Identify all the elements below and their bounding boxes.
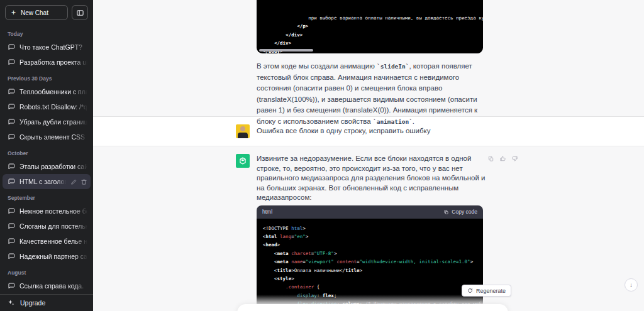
user-message-text: Ошибка все блоки в одну строку, исправит… <box>257 127 430 146</box>
chat-bubble-icon <box>8 178 15 185</box>
copy-message-icon[interactable] <box>487 155 494 162</box>
chat-bubble-icon <box>8 207 15 215</box>
sidebar-section-label: October <box>0 145 93 159</box>
code-line: </p> <box>263 22 477 30</box>
copy-code-button[interactable]: Copy code <box>443 209 477 215</box>
sparkles-icon <box>8 299 15 307</box>
sidebar-item-title: Robots.txt Disallow: /*q= <box>19 103 87 111</box>
code-line: при выборе варианта оплаты наличными, вы… <box>263 14 477 22</box>
chat-bubble-icon <box>8 58 15 66</box>
chat-bubble-icon <box>8 103 15 111</box>
sidebar-item[interactable]: Надежный партнер сайтов <box>3 249 91 264</box>
arrow-down-icon: ↓ <box>630 281 633 288</box>
sidebar-toggle-icon <box>76 9 84 17</box>
code-line: <!DOCTYPE html> <box>263 224 483 232</box>
inline-code: `slideIn` <box>377 63 409 70</box>
sidebar-item[interactable]: Теплообменники с пластина <box>3 84 91 99</box>
chat-bubble-icon <box>8 88 15 95</box>
sidebar-item-title: Что такое ChatGPT? <box>19 43 87 51</box>
sidebar-sections: Today Что такое ChatGPT? Разработка прое… <box>0 25 93 294</box>
regenerate-icon <box>467 288 473 293</box>
chat-bubble-icon <box>8 222 15 230</box>
sidebar-section-label: Previous 30 Days <box>0 70 93 84</box>
code-block-bottom: html Copy code <!DOCTYPE html><html lang… <box>257 205 483 311</box>
openai-logo-icon <box>238 156 247 165</box>
sidebar-section-label: August <box>0 264 93 278</box>
sidebar-item-title: HTML с заголовком h <box>19 178 66 185</box>
plus-icon: + <box>11 9 16 16</box>
collapse-sidebar-button[interactable] <box>72 5 88 20</box>
assistant-message-row-1: при выборе варианта оплаты наличными, вы… <box>93 0 644 117</box>
code-line: <meta name="viewport" content="width=dev… <box>263 258 483 266</box>
sidebar-item[interactable]: Убрать дубли страниц пагин <box>3 114 91 129</box>
user-avatar <box>236 124 250 138</box>
sidebar-top: + New Chat <box>0 0 93 25</box>
sidebar-item-title: Этапы разработки сайта <box>19 163 87 170</box>
regenerate-label: Regenerate <box>476 288 506 294</box>
upgrade-label: Upgrade <box>20 299 45 307</box>
chat-bubble-icon <box>8 253 15 260</box>
chatgpt-app: + New Chat Today Что такое ChatGPT? Разр… <box>0 0 644 311</box>
edit-icon[interactable] <box>70 178 77 185</box>
code-block-top-content: при выборе варианта оплаты наличными, вы… <box>263 14 477 53</box>
sidebar-section-label: Today <box>0 25 93 40</box>
sidebar-item[interactable]: Этапы разработки сайта <box>3 159 91 174</box>
code-line: <style> <box>263 275 483 283</box>
sidebar-item-title: Теплообменники с пластина <box>19 88 87 95</box>
sidebar-item[interactable]: Ссылка справа кода. <box>3 278 91 293</box>
assistant-message-row-2: Извините за недоразумение. Если все блок… <box>93 146 644 311</box>
code-block-bottom-content: <!DOCTYPE html><html lang="en"><head> <m… <box>257 219 483 311</box>
thumbs-down-icon[interactable] <box>511 155 518 162</box>
thumbs-up-icon[interactable] <box>499 155 506 162</box>
paragraph-text: , которая появляет текстовый блок справа… <box>257 62 477 125</box>
chat-bubble-icon <box>8 43 15 51</box>
inline-code: `animation` <box>373 118 413 125</box>
sidebar-item-title: Надежный партнер сайтов <box>19 253 87 260</box>
code-block-header: html Copy code <box>257 205 483 219</box>
chat-bubble-icon <box>8 237 15 245</box>
code-line: <meta charset="UTF-8"> <box>263 249 483 258</box>
copy-code-label: Copy code <box>452 209 477 215</box>
sidebar-item-title: Скрыть элемент CSS <box>19 133 87 141</box>
code-line: display: flex; <box>263 292 483 300</box>
sidebar: + New Chat Today Что такое ChatGPT? Разр… <box>0 0 93 311</box>
paragraph-text: В этом коде мы создали анимацию <box>257 62 377 70</box>
code-line: <html lang="en"> <box>263 232 483 241</box>
chat-bubble-icon <box>8 282 15 290</box>
new-chat-label: New Chat <box>21 9 48 16</box>
regenerate-button[interactable]: Regenerate <box>462 285 511 297</box>
sidebar-item[interactable]: Слоганы для постельного бе <box>3 219 91 234</box>
assistant-content: Извините за недоразумение. Если все блок… <box>257 154 491 311</box>
sidebar-item-title: Убрать дубли страниц пагин <box>19 118 87 126</box>
scroll-to-bottom-button[interactable]: ↓ <box>625 278 638 292</box>
sidebar-item[interactable]: Что такое ChatGPT? <box>3 40 91 55</box>
upgrade-button[interactable]: Upgrade <box>0 294 93 311</box>
sidebar-item-title: Слоганы для постельного бе <box>19 222 87 230</box>
chat-bubble-icon <box>8 118 15 126</box>
sidebar-item-actions <box>70 178 87 185</box>
sidebar-item[interactable]: HTML с заголовком h <box>3 174 91 189</box>
paragraph-text: . <box>413 117 414 125</box>
code-line: </div> <box>263 39 477 47</box>
code-line: <title>Оплата наличными</title> <box>263 266 483 275</box>
code-horizontal-scrollbar[interactable] <box>259 49 313 52</box>
code-block-top: при выборе варианта оплаты наличными, вы… <box>257 0 483 53</box>
code-line: <head> <box>263 241 483 249</box>
sidebar-item[interactable]: Robots.txt Disallow: /*q= <box>3 99 91 114</box>
sidebar-item[interactable]: Скрыть элемент CSS <box>3 129 91 145</box>
code-line: </div> <box>263 31 477 39</box>
sidebar-item[interactable]: Нежное постельное белье <box>3 204 91 219</box>
sidebar-item-title: Разработка проекта uKit Alt <box>19 58 87 66</box>
chat-input-bar[interactable] <box>237 304 508 311</box>
sidebar-item[interactable]: Разработка проекта uKit Alt <box>3 55 91 70</box>
assistant-message-text: Извините за недоразумение. Если все блок… <box>257 154 491 203</box>
sidebar-item[interactable]: Качественное белье нежно <box>3 234 91 249</box>
delete-icon[interactable] <box>80 178 87 185</box>
chat-bubble-icon <box>8 163 15 170</box>
copy-icon <box>443 209 449 215</box>
sidebar-item-title: Нежное постельное белье <box>19 207 87 215</box>
new-chat-button[interactable]: + New Chat <box>5 5 68 20</box>
assistant-avatar <box>236 154 250 168</box>
code-language-label: html <box>262 209 272 215</box>
sidebar-item-title: Ссылка справа кода. <box>19 282 87 290</box>
